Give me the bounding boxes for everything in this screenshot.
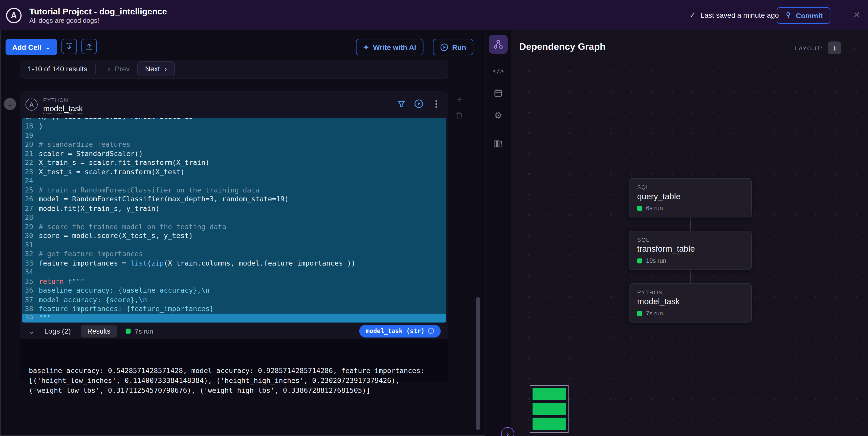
line-number: 29 bbox=[22, 222, 39, 231]
run-button[interactable]: Run bbox=[433, 39, 473, 55]
side-toolbar: </> ⚙ bbox=[485, 30, 510, 436]
output-variable-pill[interactable]: model_task (str) ⓘ bbox=[360, 325, 441, 337]
app-header: A Tutorial Project - dog_intelligence Al… bbox=[0, 0, 868, 30]
line-number: 35 bbox=[22, 277, 39, 286]
next-page-button[interactable]: Next › bbox=[137, 61, 175, 76]
app-window: A Tutorial Project - dog_intelligence Al… bbox=[0, 0, 868, 436]
graph-node-model_task[interactable]: PYTHONmodel_task7s run bbox=[629, 283, 752, 322]
vertical-scrollbar[interactable] bbox=[476, 297, 480, 430]
run-time-text: 6s run bbox=[646, 205, 663, 211]
cell-name-input[interactable]: model_task bbox=[43, 104, 83, 114]
output-lines: baseline accuracy: 0.5428571428571428, m… bbox=[29, 366, 440, 396]
results-tab[interactable]: Results bbox=[81, 325, 117, 337]
chevron-down-icon[interactable]: ⌄ bbox=[29, 327, 34, 335]
code-lines: 18)1920# standardize features21scaler = … bbox=[22, 122, 446, 322]
run-status: 7s run bbox=[126, 327, 153, 335]
sidebar-item-dependency-graph[interactable] bbox=[489, 35, 507, 54]
write-with-ai-button[interactable]: ✦ Write with AI bbox=[356, 39, 423, 55]
output-line: [('height_low_inches', 0.114007333841483… bbox=[29, 376, 440, 386]
line-number: 26 bbox=[22, 195, 39, 204]
code-line: 23X_test_s = scaler.transform(X_test) bbox=[22, 167, 446, 177]
calendar-icon bbox=[494, 89, 502, 97]
node-type-label: SQL bbox=[637, 237, 743, 243]
node-name: transform_table bbox=[637, 244, 743, 253]
code-line-partial: 17X, y, test_size=0.25, random_state=19 bbox=[22, 118, 446, 122]
line-number: 20 bbox=[22, 140, 39, 149]
code-editor[interactable]: 17X, y, test_size=0.25, random_state=19 … bbox=[22, 118, 446, 322]
info-icon: ⓘ bbox=[428, 327, 434, 335]
node-run-status: 19s run bbox=[637, 257, 743, 264]
results-count-text: 1-10 of 140 results bbox=[28, 65, 87, 73]
trash-icon[interactable] bbox=[455, 111, 463, 120]
output-line: baseline accuracy: 0.5428571428571428, m… bbox=[29, 366, 440, 376]
code-line: 31 bbox=[22, 241, 446, 250]
code-line: 37model accuracy: {score},\n bbox=[22, 295, 446, 304]
graph-node-query_table[interactable]: SQLquery_table6s run bbox=[629, 178, 752, 217]
run-success-icon bbox=[637, 258, 642, 263]
graph-edge bbox=[690, 217, 691, 231]
sidebar-item-library[interactable] bbox=[489, 134, 507, 153]
kebab-menu-icon[interactable]: ⋮ bbox=[432, 98, 441, 109]
cell-language-label: PYTHON bbox=[43, 97, 68, 103]
code-line: 24 bbox=[22, 177, 446, 186]
collapse-cell-button[interactable]: ⌄ bbox=[4, 98, 16, 110]
line-number: 18 bbox=[22, 122, 39, 131]
node-run-status: 6s run bbox=[637, 205, 743, 211]
notebook-panel: Add Cell ⌄ ✦ Write wi bbox=[0, 30, 485, 436]
dependency-graph-panel: Dependency Graph LAYOUT: ↓ → SQLquery_ta… bbox=[511, 30, 868, 436]
graph-node-transform_table[interactable]: SQLtransform_table19s run bbox=[629, 231, 752, 270]
line-number: 22 bbox=[22, 158, 39, 167]
layout-horizontal-button[interactable]: → bbox=[846, 41, 859, 54]
line-number: 32 bbox=[22, 250, 39, 259]
project-titles: Tutorial Project - dog_intelligence All … bbox=[29, 6, 167, 25]
gear-icon: ⚙ bbox=[494, 110, 502, 120]
logs-tab[interactable]: Logs (2) bbox=[44, 327, 70, 335]
code-line: 39""" bbox=[22, 313, 446, 322]
code-line: 33feature_importances = list(zip(X_train… bbox=[22, 259, 446, 268]
chevron-right-icon: › bbox=[164, 66, 167, 71]
close-icon[interactable]: ✕ bbox=[853, 10, 860, 20]
line-number: 27 bbox=[22, 204, 39, 213]
commit-button[interactable]: Commit bbox=[776, 7, 830, 24]
insert-above-icon bbox=[65, 42, 73, 50]
node-name: model_task bbox=[637, 297, 743, 306]
commit-icon bbox=[784, 12, 792, 20]
library-icon bbox=[494, 139, 502, 148]
layout-vertical-button[interactable]: ↓ bbox=[828, 41, 841, 54]
cell-header: A PYTHON model_task ⋮ bbox=[20, 91, 448, 118]
insert-cell-below-button[interactable] bbox=[82, 39, 97, 54]
node-name: query_table bbox=[637, 191, 743, 201]
cell-header-actions: ⋮ bbox=[397, 98, 441, 109]
chevron-down-icon: ⌄ bbox=[45, 44, 50, 51]
insert-below-icon bbox=[85, 42, 93, 50]
code-line: 36baseline accuracy: {baseline_accuracy}… bbox=[22, 286, 446, 295]
sheet-preview-row bbox=[533, 403, 566, 415]
sheet-preview[interactable] bbox=[530, 385, 568, 433]
sidebar-item-code[interactable]: </> bbox=[489, 61, 507, 80]
add-cell-button[interactable]: Add Cell ⌄ bbox=[6, 39, 57, 55]
app-logo-icon[interactable]: A bbox=[6, 8, 22, 23]
line-number: 24 bbox=[22, 177, 39, 186]
layout-label: LAYOUT: bbox=[795, 44, 823, 51]
add-icon[interactable]: + bbox=[455, 96, 463, 103]
project-title: Tutorial Project - dog_intelligence bbox=[29, 6, 167, 17]
run-time-text: 19s run bbox=[646, 257, 666, 264]
prev-page-button[interactable]: ‹ Prev bbox=[108, 65, 129, 73]
run-cell-icon[interactable] bbox=[414, 99, 423, 108]
filter-icon[interactable] bbox=[397, 99, 406, 108]
sidebar-item-settings[interactable]: ⚙ bbox=[489, 106, 507, 124]
code-line: 38feature importances: {feature_importan… bbox=[22, 304, 446, 313]
line-number: 25 bbox=[22, 186, 39, 195]
insert-cell-above-button[interactable] bbox=[61, 39, 77, 54]
code-line: 26model = RandomForestClassifier(max_dep… bbox=[22, 195, 446, 204]
line-number: 23 bbox=[22, 167, 39, 177]
sidebar-item-schedule[interactable] bbox=[489, 84, 507, 102]
results-pager: 1-10 of 140 results ‹ Prev Next › bbox=[20, 60, 448, 79]
chevron-left-icon: ‹ bbox=[108, 66, 110, 71]
node-type-label: PYTHON bbox=[637, 289, 743, 295]
cell-footer: ⌄ Logs (2) Results 7s run model_task (st… bbox=[20, 324, 448, 339]
line-number: 21 bbox=[22, 149, 39, 158]
save-status-text: Last saved a minute ago bbox=[701, 11, 779, 20]
code-line: 25# train a RandomForestClassifier on th… bbox=[22, 186, 446, 195]
line-number: 19 bbox=[22, 131, 39, 140]
